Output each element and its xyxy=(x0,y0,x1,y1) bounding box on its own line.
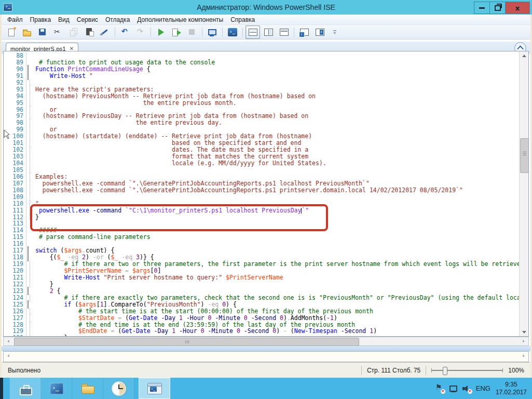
overflow-chevron-icon xyxy=(331,28,340,36)
code-token: ( xyxy=(287,327,294,335)
collapse-minus-icon[interactable] xyxy=(28,287,29,295)
volume-muted-icon[interactable]: ✕ xyxy=(462,384,471,393)
fold-marker[interactable] xyxy=(26,288,34,295)
code-line[interactable]: 105 xyxy=(4,167,520,174)
fold-marker[interactable] xyxy=(26,301,34,308)
scroll-right-button[interactable]: › xyxy=(519,337,528,345)
code-line[interactable]: 108 powershell.exe -command `".\Generate… xyxy=(4,187,520,194)
console-scroll-right-button[interactable]: › xyxy=(519,352,528,360)
code-token: -eq xyxy=(208,301,219,308)
code-line[interactable]: 129 $EndDate = (Get-Date -Day 1 -Hour 0 … xyxy=(4,328,520,335)
code-token: # parse command-line parameters xyxy=(35,233,151,241)
menu-item-сервис[interactable]: Сервис xyxy=(73,15,102,24)
scroll-left-button[interactable]: ‹ xyxy=(4,337,13,345)
code-token: $StartDate xyxy=(78,314,114,322)
zoom-slider[interactable] xyxy=(431,366,503,375)
code-line[interactable]: 111 powershell.exe -command `"C:\1\monit… xyxy=(4,207,520,214)
code-area[interactable]: 8889 # function to print out usage data … xyxy=(4,52,520,336)
taskbar-server-manager[interactable] xyxy=(9,378,41,399)
code-token: # if there are exactly two parameters, c… xyxy=(35,294,520,301)
paste-button[interactable] xyxy=(82,25,97,39)
code-token: ) xyxy=(373,327,377,335)
code-text: $EndDate = (Get-Date -Day 1 -Hour 0 -Min… xyxy=(34,328,377,335)
script-editor-pane[interactable]: 8889 # function to print out usage data … xyxy=(3,51,529,337)
run-selection-button[interactable] xyxy=(169,25,184,39)
zoom-slider-thumb[interactable] xyxy=(443,367,447,375)
network-icon[interactable] xyxy=(449,384,457,393)
code-token: "PreviousMonth" xyxy=(147,301,201,308)
toolbar-overflow-button[interactable] xyxy=(328,25,343,39)
code-line[interactable]: 95 the entire previous month. xyxy=(4,100,520,107)
code-line[interactable]: 130 } xyxy=(4,335,520,336)
menu-item-вид[interactable]: Вид xyxy=(54,15,73,24)
code-line[interactable]: 91 Write-Host " xyxy=(4,73,520,79)
start-powershell-button[interactable] xyxy=(225,25,240,39)
restore-button[interactable] xyxy=(490,2,506,14)
new-remote-powershell-tab-button[interactable] xyxy=(205,25,220,39)
show-script-pane-top-button[interactable] xyxy=(245,25,260,39)
collapse-minus-icon[interactable] xyxy=(28,253,29,261)
code-line[interactable]: 104 locale (e.g. MM/dd/yyyy for United S… xyxy=(4,160,520,167)
taskbar-powershell[interactable] xyxy=(41,378,72,399)
close-button[interactable]: x xyxy=(506,2,530,14)
code-token: -Day xyxy=(161,314,175,322)
menu-item-справка[interactable]: Справка xyxy=(227,15,258,24)
stop-icon xyxy=(187,28,197,36)
menu-item-правка[interactable]: Правка xyxy=(26,15,55,24)
system-tray: ✕ ✕ ENG 9:35 17.02.2017 xyxy=(435,378,532,399)
line-number: 111 xyxy=(4,207,26,214)
run-script-button[interactable] xyxy=(154,25,168,39)
horizontal-scrollbar-thumb[interactable] xyxy=(14,338,359,346)
tray-time: 9:35 xyxy=(496,381,527,389)
clear-console-button[interactable] xyxy=(98,25,112,39)
menu-item-дополнительные-компоненты[interactable]: Дополнительные компоненты xyxy=(133,15,227,24)
vertical-scrollbar-thumb[interactable] xyxy=(520,138,529,173)
collapse-minus-icon[interactable] xyxy=(28,300,29,309)
cut-button[interactable] xyxy=(51,25,65,39)
fold-column xyxy=(26,52,34,59)
code-text: Write-Host "Print server hostname to que… xyxy=(34,274,283,281)
console-scroll-left-button[interactable]: ‹ xyxy=(4,352,13,360)
editor-horizontal-scrollbar[interactable]: ‹ › xyxy=(3,337,529,346)
code-line[interactable]: 112} xyxy=(4,214,520,221)
code-line[interactable]: 122 } xyxy=(4,281,520,288)
code-token: ( xyxy=(114,327,121,335)
show-command-window-button[interactable] xyxy=(297,25,311,39)
new-script-button[interactable] xyxy=(4,25,19,39)
save-button[interactable] xyxy=(35,25,50,39)
console-scrollbar[interactable]: ‹ › xyxy=(3,351,529,362)
code-line[interactable]: 121 Write-Host "Print server hostname to… xyxy=(4,274,520,281)
show-script-pane-right-button[interactable] xyxy=(261,25,276,39)
minimize-button[interactable] xyxy=(474,2,490,14)
code-token: CompareTo( xyxy=(111,301,146,308)
scroll-up-button[interactable] xyxy=(520,51,528,60)
collapse-minus-icon[interactable] xyxy=(28,72,29,80)
menu-item-файл[interactable]: Файл xyxy=(4,15,26,24)
clear-console-icon xyxy=(100,28,110,36)
code-token: $args xyxy=(64,247,82,254)
code-line[interactable]: 113 xyxy=(4,220,520,227)
taskbar-powershell-ise[interactable] xyxy=(139,378,170,399)
undo-button[interactable] xyxy=(118,25,132,39)
fold-marker[interactable] xyxy=(26,254,34,261)
code-token: Here are the script's parameters: xyxy=(35,86,154,93)
taskbar-clock[interactable]: 9:35 17.02.2017 xyxy=(496,381,527,396)
scroll-down-button[interactable] xyxy=(520,328,528,336)
code-line[interactable]: 115 # parse command-line parameters xyxy=(4,234,520,241)
taskbar-clock-app[interactable] xyxy=(103,378,134,399)
open-script-button[interactable] xyxy=(20,25,34,39)
taskbar-file-explorer[interactable] xyxy=(72,378,103,399)
menu-item-отладка[interactable]: Отладка xyxy=(102,15,133,24)
action-center-flag-icon[interactable]: ✕ xyxy=(435,384,444,393)
code-token: -Second xyxy=(244,327,269,335)
show-script-pane-button[interactable] xyxy=(312,25,327,39)
pane-splitter[interactable] xyxy=(2,346,530,351)
line-number: 130 xyxy=(4,335,26,336)
code-line[interactable]: 109 xyxy=(4,194,520,201)
code-token: [ xyxy=(151,267,154,274)
editor-vertical-scrollbar[interactable] xyxy=(519,51,528,336)
language-indicator[interactable]: ENG xyxy=(476,384,490,392)
fold-marker[interactable] xyxy=(26,73,34,79)
show-script-pane-maximized-button[interactable] xyxy=(277,25,291,39)
code-line[interactable]: 98 the entire previous day. xyxy=(4,119,520,126)
